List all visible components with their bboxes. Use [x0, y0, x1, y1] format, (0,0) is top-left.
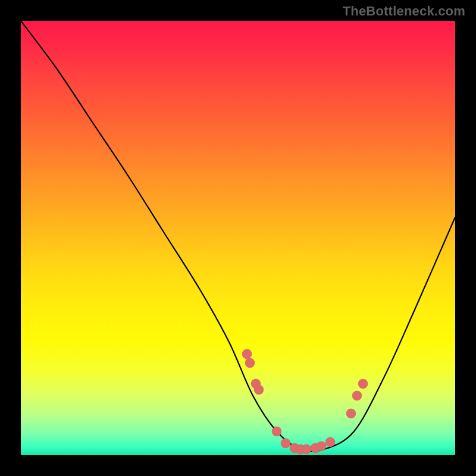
sample-point — [272, 427, 281, 436]
chart-frame: TheBottleneck.com — [0, 0, 476, 476]
bottleneck-curve-svg — [21, 21, 455, 455]
sample-point — [352, 391, 362, 400]
sample-point — [346, 409, 356, 418]
sample-points-group — [242, 349, 368, 454]
watermark-text: TheBottleneck.com — [343, 4, 465, 19]
sample-point — [302, 444, 311, 454]
sample-point — [245, 358, 255, 368]
bottleneck-curve — [21, 21, 455, 452]
sample-point — [281, 439, 290, 448]
sample-point — [317, 441, 326, 451]
sample-point — [358, 379, 368, 389]
sample-point — [242, 349, 252, 359]
plot-area — [21, 21, 455, 455]
sample-point — [254, 385, 264, 394]
sample-point — [325, 437, 335, 447]
